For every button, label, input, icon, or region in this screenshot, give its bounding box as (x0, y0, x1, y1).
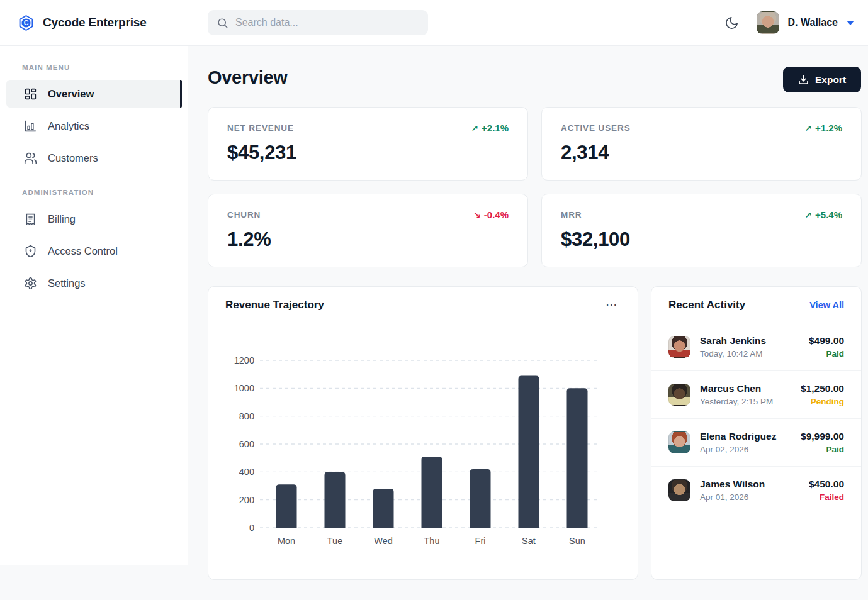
dark-mode-toggle[interactable] (722, 13, 741, 33)
activity-name: Sarah Jenkins (700, 335, 799, 347)
user-name: D. Wallace (788, 17, 838, 28)
trend-arrow-icon: ↗ (471, 123, 478, 133)
activity-row-marcus-chen[interactable]: Marcus Chen Yesterday, 2:15 PM $1,250.00… (651, 371, 861, 419)
dashboard-grid-icon (24, 87, 37, 101)
sidebar-section-title: MAIN MENU (0, 64, 188, 71)
stat-card-active-users: ACTIVE USERS ↗ +1.2% 2,314 (541, 107, 862, 181)
stat-card-net-revenue: NET REVENUE ↗ +2.1% $45,231 (208, 107, 528, 181)
sidebar-section-title: ADMINISTRATION (0, 189, 188, 196)
activity-time: Today, 10:42 AM (700, 349, 799, 358)
activity-status: Paid (801, 445, 844, 454)
stats-grid: NET REVENUE ↗ +2.1% $45,231 ACTIVE USERS… (208, 107, 862, 267)
activity-amount: $499.00 (809, 335, 844, 347)
x-tick-label: Sat (522, 536, 536, 546)
y-tick-label: 1000 (234, 383, 254, 393)
brand: C Cycode Enterprise (0, 0, 188, 46)
recent-activity-card: Recent Activity View All Sarah Jenkins T… (651, 286, 862, 580)
x-tick-label: Fri (475, 536, 486, 546)
activity-time: Apr 01, 2026 (700, 492, 799, 502)
trend-value: -0.4% (484, 209, 509, 220)
chart-bar-tue[interactable] (325, 472, 346, 528)
chart-bar-mon[interactable] (276, 484, 297, 528)
stat-label: CHURN (227, 210, 261, 219)
activity-amount: $1,250.00 (801, 383, 844, 394)
export-button[interactable]: Export (783, 67, 861, 92)
stat-card-churn: CHURN ↘ -0.4% 1.2% (208, 194, 528, 267)
y-tick-label: 600 (239, 439, 254, 449)
activity-name: Elena Rodriguez (700, 431, 791, 442)
receipt-icon (24, 213, 37, 226)
activity-time: Apr 02, 2026 (700, 445, 791, 454)
stat-value: 2,314 (561, 142, 842, 164)
activity-status: Paid (809, 349, 844, 358)
avatar (668, 384, 690, 406)
gear-icon (24, 277, 37, 290)
chart-card-header: Revenue Trajectory ⋯ (208, 287, 638, 323)
y-tick-label: 800 (239, 411, 254, 421)
revenue-chart-svg: 020040060080010001200MonTueWedThuFriSatS… (208, 323, 638, 580)
chart-bar-sun[interactable] (567, 388, 588, 528)
users-icon (24, 152, 37, 165)
dashboard-app: C Cycode Enterprise (0, 0, 868, 600)
download-icon (798, 74, 809, 85)
trend-arrow-icon: ↗ (804, 210, 812, 220)
sidebar-item-label: Customers (48, 152, 98, 164)
y-tick-label: 400 (239, 467, 254, 477)
stat-label: ACTIVE USERS (561, 123, 631, 133)
activity-time: Yesterday, 2:15 PM (700, 397, 791, 406)
x-tick-label: Tue (327, 536, 342, 546)
activity-row-sarah-jenkins[interactable]: Sarah Jenkins Today, 10:42 AM $499.00 Pa… (651, 323, 861, 371)
activity-status: Failed (809, 492, 844, 502)
sidebar-item-analytics[interactable]: Analytics (6, 112, 182, 140)
y-tick-label: 200 (239, 495, 254, 505)
shield-icon (24, 245, 37, 258)
sidebar-item-billing[interactable]: Billing (6, 205, 182, 233)
x-tick-label: Wed (374, 536, 393, 546)
stat-trend: ↘ -0.4% (473, 209, 509, 220)
sidebar-item-customers[interactable]: Customers (6, 144, 182, 172)
search-input[interactable] (235, 17, 419, 28)
top-header: C Cycode Enterprise (0, 0, 868, 46)
sidebar-item-overview[interactable]: Overview (6, 80, 182, 108)
activity-status: Pending (801, 397, 844, 406)
sidebar-item-access-control[interactable]: Access Control (6, 237, 182, 265)
chart-bar-sat[interactable] (519, 375, 539, 528)
activity-row-james-wilson[interactable]: James Wilson Apr 01, 2026 $450.00 Failed (651, 467, 861, 514)
sidebar: MAIN MENU Overview Analytics Customers A… (0, 46, 188, 565)
chart-bar-fri[interactable] (470, 469, 491, 528)
avatar (668, 336, 690, 358)
revenue-trajectory-card: Revenue Trajectory ⋯ 0200400600800100012… (208, 286, 638, 580)
stat-trend: ↗ +5.4% (804, 209, 842, 220)
search-icon (217, 17, 228, 29)
x-tick-label: Mon (278, 536, 295, 546)
brand-logo-icon: C (18, 14, 35, 31)
revenue-chart: 020040060080010001200MonTueWedThuFriSatS… (208, 323, 638, 580)
sidebar-item-label: Billing (48, 213, 76, 225)
moon-icon (724, 16, 739, 30)
bar-chart-icon (24, 119, 37, 133)
chart-title: Revenue Trajectory (225, 299, 324, 311)
search-bar[interactable] (208, 10, 428, 35)
chart-bar-thu[interactable] (422, 457, 442, 528)
sidebar-item-settings[interactable]: Settings (6, 269, 182, 297)
chart-menu-button[interactable]: ⋯ (603, 297, 621, 312)
activity-amount: $450.00 (809, 479, 844, 490)
activity-card-header: Recent Activity View All (651, 287, 861, 323)
activity-list: Sarah Jenkins Today, 10:42 AM $499.00 Pa… (651, 323, 861, 514)
chart-bar-wed[interactable] (373, 489, 394, 528)
x-tick-label: Sun (569, 536, 585, 546)
activity-row-elena-rodriguez[interactable]: Elena Rodriguez Apr 02, 2026 $9,999.00 P… (651, 419, 861, 467)
page-title: Overview (208, 67, 288, 88)
x-tick-label: Thu (424, 536, 440, 546)
trend-value: +1.2% (815, 123, 842, 133)
chevron-down-icon (847, 21, 854, 25)
trend-value: +5.4% (815, 209, 842, 220)
export-label: Export (815, 74, 846, 86)
user-menu[interactable]: D. Wallace (757, 11, 854, 34)
trend-arrow-icon: ↘ (473, 210, 481, 220)
view-all-link[interactable]: View All (809, 300, 844, 310)
activity-name: James Wilson (700, 479, 799, 490)
activity-title: Recent Activity (668, 299, 745, 311)
sidebar-section: ADMINISTRATION Billing Access Control Se… (0, 189, 188, 297)
stat-card-mrr: MRR ↗ +5.4% $32,100 (541, 194, 862, 267)
